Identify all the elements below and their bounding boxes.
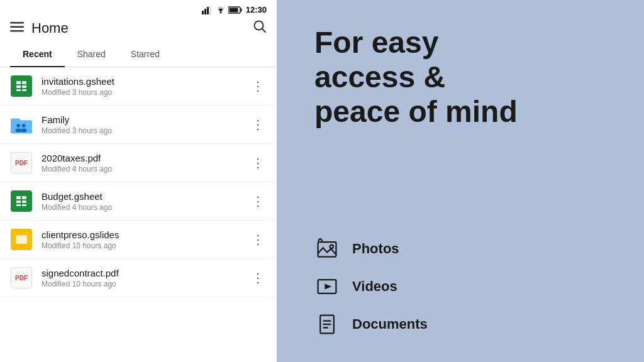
file-meta: Modified 3 hours ago [42,126,240,135]
svg-point-4 [219,11,221,13]
wifi-icon [216,6,226,14]
phone-panel: 12:30 Home Recent Shared Starred [0,0,277,362]
svg-point-22 [16,124,20,128]
list-item[interactable]: PDF signedcontract.pdf Modified 10 hours… [0,259,277,297]
more-options-icon[interactable]: ⋮ [249,268,267,288]
svg-point-33 [330,245,333,248]
file-icon-folder [10,113,33,136]
file-info: invitations.gsheet Modified 3 hours ago [42,76,240,97]
file-meta: Modified 4 hours ago [42,203,240,212]
list-item[interactable]: invitations.gsheet Modified 3 hours ago … [0,67,277,106]
more-options-icon[interactable]: ⋮ [249,153,267,173]
more-options-icon[interactable]: ⋮ [249,76,267,96]
videos-icon [314,274,340,299]
svg-rect-30 [16,204,21,206]
svg-rect-6 [240,8,242,11]
svg-rect-17 [16,89,21,91]
svg-rect-1 [204,9,206,14]
svg-rect-8 [10,22,24,24]
svg-point-24 [16,129,21,133]
documents-icon [314,312,340,337]
file-meta: Modified 4 hours ago [42,165,240,173]
svg-rect-10 [10,30,24,32]
svg-rect-27 [22,196,26,199]
page-title: Home [31,20,245,36]
svg-line-12 [262,29,266,33]
menu-icon[interactable] [10,21,24,35]
app-header: Home [0,17,277,41]
svg-rect-31 [22,204,26,206]
tab-bar: Recent Shared Starred [0,41,277,67]
svg-rect-15 [16,85,21,88]
file-name: signedcontract.pdf [42,268,240,278]
file-meta: Modified 10 hours ago [42,280,240,288]
file-icon-sheets [10,75,33,97]
file-info: 2020taxes.pdf Modified 4 hours ago [42,153,240,173]
file-list: invitations.gsheet Modified 3 hours ago … [0,67,277,362]
svg-rect-0 [202,11,204,14]
file-info: signedcontract.pdf Modified 10 hours ago [42,268,240,288]
svg-rect-18 [22,89,26,91]
svg-rect-13 [16,81,21,84]
documents-label: Documents [352,316,428,332]
file-name: 2020taxes.pdf [42,153,240,163]
more-options-icon[interactable]: ⋮ [249,191,267,211]
search-icon[interactable] [253,19,267,36]
list-item[interactable]: Family Modified 3 hours ago ⋮ [0,106,277,144]
svg-rect-29 [22,200,26,203]
svg-rect-21 [11,119,20,122]
svg-rect-3 [209,6,211,14]
svg-point-25 [21,129,26,133]
more-options-icon[interactable]: ⋮ [249,114,267,134]
file-info: Budget.gsheet Modified 4 hours ago [42,191,240,212]
file-icon-sheets [10,190,33,212]
file-name: Family [42,114,240,125]
photos-label: Photos [352,241,399,257]
tab-recent[interactable]: Recent [10,41,65,67]
tagline-text: For easyaccess &peace of mind [314,25,613,129]
file-meta: Modified 10 hours ago [42,241,240,250]
file-icon-slides [10,228,33,251]
feature-item-documents: Documents [314,312,613,337]
tab-shared[interactable]: Shared [65,41,118,67]
right-panel: For easyaccess &peace of mind Photos [277,0,644,362]
feature-list: Photos Videos Documents [314,236,613,337]
svg-rect-28 [16,200,21,203]
battery-icon [228,6,242,14]
svg-rect-16 [22,85,26,88]
feature-item-videos: Videos [314,274,613,299]
svg-rect-7 [229,8,238,12]
svg-marker-35 [325,284,331,290]
svg-rect-14 [22,81,26,84]
list-item[interactable]: PDF 2020taxes.pdf Modified 4 hours ago ⋮ [0,144,277,182]
feature-item-photos: Photos [314,236,613,261]
signal-icon [202,6,213,14]
svg-point-23 [22,124,26,128]
svg-rect-26 [16,196,21,199]
tab-starred[interactable]: Starred [118,41,172,67]
more-options-icon[interactable]: ⋮ [249,229,267,250]
status-time: 12:30 [246,5,267,14]
file-name: Budget.gsheet [42,191,240,202]
svg-rect-2 [207,7,209,14]
signal-icons [202,6,242,14]
file-icon-pdf: PDF [10,151,33,174]
file-info: Family Modified 3 hours ago [42,114,240,135]
file-meta: Modified 3 hours ago [42,88,240,97]
status-bar: 12:30 [0,0,277,17]
file-info: clientpreso.gslides Modified 10 hours ag… [42,229,240,250]
list-item[interactable]: clientpreso.gslides Modified 10 hours ag… [0,221,277,259]
list-item[interactable]: Budget.gsheet Modified 4 hours ago ⋮ [0,182,277,221]
photos-icon [314,236,340,261]
file-name: invitations.gsheet [42,76,240,87]
videos-label: Videos [352,278,397,295]
svg-rect-9 [10,26,24,28]
file-icon-pdf: PDF [10,266,33,289]
file-name: clientpreso.gslides [42,229,240,240]
